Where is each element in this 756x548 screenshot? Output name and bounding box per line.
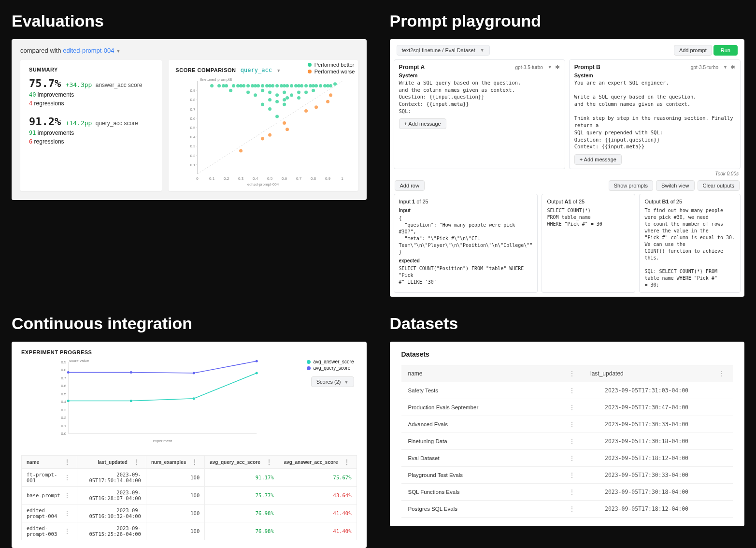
kebab-icon[interactable]: ⋮: [567, 455, 577, 461]
svg-point-67: [290, 93, 293, 97]
prompt-a-body[interactable]: Write a SQL query based on the question,…: [399, 79, 560, 115]
svg-point-39: [242, 84, 245, 87]
svg-text:0.0: 0.0: [61, 432, 67, 436]
col-num-examples[interactable]: num_examples: [151, 460, 186, 465]
svg-point-70: [297, 91, 300, 94]
svg-point-36: [232, 84, 235, 87]
svg-point-114: [256, 372, 258, 375]
svg-point-108: [130, 371, 132, 374]
regressions-label: regressions: [32, 100, 64, 107]
svg-point-76: [312, 84, 315, 87]
model-select[interactable]: gpt-3.5-turbo: [691, 65, 718, 70]
kebab-icon[interactable]: ⋮: [567, 421, 577, 428]
svg-point-72: [300, 84, 303, 87]
add-row-button[interactable]: Add row: [395, 180, 425, 191]
prompt-b-body[interactable]: You are an expert SQL engineer. Write a …: [574, 79, 735, 150]
switch-view-button[interactable]: Switch view: [656, 180, 694, 191]
kebab-icon[interactable]: ⋮: [567, 387, 577, 394]
table-row[interactable]: edited-prompt-003⋮2023-09-05T15:25:26-04…: [22, 522, 357, 540]
add-message-button[interactable]: + Add message: [399, 118, 446, 129]
col-avg-answer[interactable]: avg_answer_acc_score: [284, 460, 338, 465]
add-message-button[interactable]: + Add message: [574, 154, 622, 165]
svg-point-58: [275, 115, 279, 118]
svg-point-33: [222, 84, 225, 87]
gear-icon[interactable]: ✱: [730, 64, 735, 71]
show-prompts-button[interactable]: Show prompts: [609, 180, 653, 191]
col-last-updated[interactable]: last_updated: [590, 370, 624, 377]
scores-dropdown[interactable]: Scores (2) ▼: [311, 376, 354, 387]
col-name[interactable]: name: [27, 460, 39, 465]
svg-point-75: [309, 84, 312, 87]
table-row[interactable]: Playground Test Evals⋮2023-09-05T17:30:3…: [401, 467, 733, 484]
svg-point-83: [333, 82, 337, 86]
col-avg-query[interactable]: avg_query_acc_score: [210, 460, 260, 465]
clear-outputs-button[interactable]: Clear outputs: [698, 180, 740, 191]
kebab-icon[interactable]: ⋮: [264, 459, 274, 465]
svg-point-110: [256, 360, 258, 362]
breadcrumb[interactable]: text2sql-finetune / Eval Dataset▼: [397, 45, 490, 56]
kebab-icon[interactable]: ⋮: [62, 459, 72, 465]
svg-point-107: [67, 371, 70, 374]
prompt-a-title: Prompt A: [399, 64, 425, 71]
compared-link[interactable]: edited-prompt-004: [63, 47, 114, 54]
kebab-icon[interactable]: ⋮: [342, 459, 352, 465]
svg-point-49: [265, 84, 269, 87]
took-label: Took 0.00s: [394, 169, 741, 177]
table-row[interactable]: Safety Tests⋮2023-09-05T17:31:03-04:00: [401, 382, 733, 399]
table-row[interactable]: Advanced Evals⋮2023-09-05T17:30:33-04:00: [401, 416, 733, 433]
kebab-icon[interactable]: ⋮: [567, 370, 577, 377]
svg-point-87: [283, 121, 286, 125]
svg-text:0.5: 0.5: [61, 392, 67, 396]
kebab-icon[interactable]: ⋮: [131, 459, 141, 465]
svg-point-31: [210, 84, 214, 87]
chevron-down-icon: ▼: [548, 65, 552, 70]
kebab-icon[interactable]: ⋮: [62, 492, 72, 499]
svg-point-44: [254, 93, 257, 97]
table-row[interactable]: Eval Dataset⋮2023-09-05T17:18:12-04:00: [401, 450, 733, 467]
svg-text:experiment: experiment: [153, 439, 172, 443]
table-row[interactable]: Finetuning Data⋮2023-09-05T17:30:18-04:0…: [401, 433, 733, 450]
svg-point-109: [193, 372, 195, 375]
svg-point-63: [283, 103, 286, 106]
svg-point-85: [261, 137, 264, 141]
datasets-heading: Datasets: [390, 314, 745, 333]
kebab-icon[interactable]: ⋮: [62, 510, 72, 517]
chevron-down-icon: ▼: [344, 380, 349, 385]
table-row[interactable]: Postgres SQL Evals⋮2023-09-05T17:18:12-0…: [401, 501, 733, 518]
table-row[interactable]: ft-prompt-001⋮2023-09-05T17:50:14-04:001…: [22, 469, 357, 487]
kebab-icon[interactable]: ⋮: [716, 370, 726, 377]
table-row[interactable]: SQL Functions Evals⋮2023-09-05T17:30:18-…: [401, 484, 733, 501]
svg-point-35: [229, 89, 232, 92]
kebab-icon[interactable]: ⋮: [62, 528, 72, 534]
run-button[interactable]: Run: [713, 45, 738, 56]
improvements-label: improvements: [36, 91, 74, 98]
add-prompt-button[interactable]: Add prompt: [674, 45, 712, 56]
ci-chart-title: EXPERIMENT PROGRESS: [21, 349, 357, 355]
kebab-icon[interactable]: ⋮: [62, 474, 72, 481]
chevron-down-icon[interactable]: ▼: [116, 49, 120, 54]
svg-point-61: [283, 91, 286, 94]
svg-point-71: [297, 96, 300, 100]
kebab-icon[interactable]: ⋮: [567, 489, 577, 495]
kebab-icon[interactable]: ⋮: [567, 505, 577, 512]
chevron-down-icon: ▼: [480, 48, 485, 53]
col-name[interactable]: name: [408, 370, 423, 377]
svg-point-78: [314, 84, 318, 87]
table-row[interactable]: base-prompt⋮2023-09-05T16:28:07-04:00100…: [22, 487, 357, 505]
svg-point-92: [329, 93, 332, 97]
table-row[interactable]: edited-prompt-004⋮2023-09-05T16:10:32-04…: [22, 505, 357, 522]
svg-text:0.7: 0.7: [296, 176, 302, 181]
kebab-icon[interactable]: ⋮: [190, 459, 200, 465]
svg-text:finetuned-promptB: finetuned-promptB: [200, 77, 232, 82]
svg-text:0.7: 0.7: [61, 376, 67, 380]
score-comparison-dropdown[interactable]: query_acc ▼: [241, 67, 280, 73]
gear-icon[interactable]: ✱: [555, 64, 560, 71]
table-row[interactable]: Production Evals September⋮2023-09-05T17…: [401, 399, 733, 416]
kebab-icon[interactable]: ⋮: [567, 438, 577, 445]
svg-text:0.3: 0.3: [238, 176, 244, 181]
kebab-icon[interactable]: ⋮: [567, 404, 577, 411]
col-last-updated[interactable]: last_updated: [98, 460, 128, 465]
expected-body: SELECT COUNT("Position") FROM "table" WH…: [399, 265, 533, 286]
kebab-icon[interactable]: ⋮: [567, 472, 577, 478]
model-select[interactable]: gpt-3.5-turbo: [515, 65, 543, 70]
